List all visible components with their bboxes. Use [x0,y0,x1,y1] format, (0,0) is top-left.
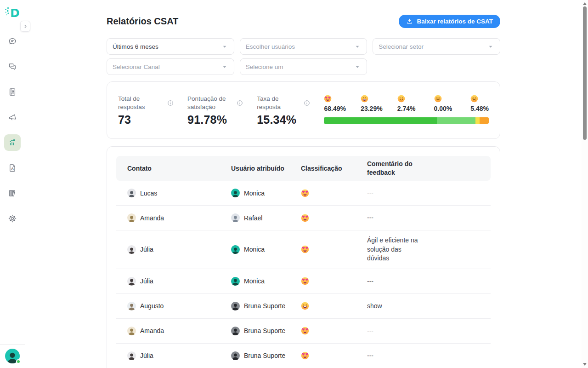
scroll-down-arrow-icon[interactable] [583,363,587,366]
feedback-comment: --- [367,346,422,366]
bar-segment [324,117,437,124]
expressionless-emoji-icon [434,95,442,103]
agent-name: Bruna Suporte [244,302,285,310]
chats-icon [8,62,17,71]
contact-avatar [127,245,136,254]
contact-name: Lucas [140,190,157,197]
feedback-comment: Ágil e eficiente na solução das dúvidas [367,230,422,269]
agent-cell: Monica [231,245,301,254]
table-row[interactable]: Júlia Monica --- [116,269,491,294]
sidebar-expand-button[interactable] [20,21,30,32]
rating-emoji-icon [301,351,309,360]
agent-cell: Bruna Suporte [231,351,301,360]
table-row[interactable]: Amanda Rafael --- [116,206,491,230]
info-icon[interactable] [304,100,310,106]
rating-emoji-icon [301,245,309,253]
contact-avatar [127,327,136,335]
agent-avatar [231,327,240,335]
contact-avatar [127,213,136,222]
contact-cell: Júlia [127,351,231,360]
agent-avatar [231,302,240,310]
info-icon[interactable] [167,100,174,106]
dist-item-neutral: 0.00% [434,95,459,112]
agent-avatar [231,189,240,197]
bar-segment [437,117,475,124]
contact-name: Júlia [140,277,153,285]
col-assigned-user: Usuário atribuído [231,164,301,173]
sidebar-item-chat[interactable] [4,33,21,50]
channel-select[interactable]: Selecionar Canal [107,58,234,75]
agent-cell: Bruna Suporte [231,327,301,335]
rating-distribution: 68.49% 23.29% 2.74% 0.00% [324,95,489,124]
rating-emoji-icon [301,327,309,335]
col-contact: Contato [127,164,231,173]
col-rating: Classificação [301,164,367,173]
sidebar-item-conversations[interactable] [4,58,21,75]
sector-select[interactable]: Selecionar setor [373,38,500,55]
contact-name: Júlia [140,246,153,253]
period-select[interactable]: Últimos 6 meses [107,38,234,55]
contact-name: Amanda [140,214,164,222]
comment-icon [8,37,17,46]
heart-eyes-emoji-icon [324,95,332,103]
sidebar-item-campaigns[interactable] [4,109,21,126]
agent-avatar [231,351,240,360]
sidebar-item-library[interactable] [4,185,21,201]
stat-response-rate: Taxa de resposta 15.34% [257,95,310,126]
bar-segment [480,117,489,124]
users-select[interactable]: Escolher usuários [240,38,368,55]
agent-avatar [231,245,240,254]
table-row[interactable]: Amanda Bruna Suporte --- [116,319,491,344]
info-icon[interactable] [237,100,243,106]
table-row[interactable]: Júlia Monica Ágil e eficiente na solução… [116,230,491,269]
table-row[interactable]: Lucas Monica --- [116,181,491,206]
megaphone-icon [7,112,18,123]
stat-total-value: 73 [118,113,174,126]
document-a-icon: A [8,163,17,172]
grinning-emoji-icon [361,95,368,103]
contact-cell: Amanda [127,213,231,222]
agent-avatar [231,213,240,222]
contact-name: Amanda [140,327,164,334]
agent-name: Bruna Suporte [244,352,285,359]
stat-satisfaction-score: Pontuação de satisfação 91.78% [187,95,243,126]
contact-name: Augusto [140,302,164,310]
rating-emoji-icon [301,189,309,197]
feedback-comment: --- [367,208,422,228]
download-csat-reports-button[interactable]: Baixar relatórios de CSAT [399,15,500,28]
sidebar-item-reports[interactable] [4,134,21,151]
agent-name: Monica [244,277,265,285]
agent-name: Monica [244,190,265,197]
sidebar-item-settings[interactable] [4,210,21,227]
feedback-comment: --- [367,321,422,341]
agent-cell: Monica [231,277,301,286]
agent-cell: Rafael [231,213,301,222]
scrollbar-thumb[interactable] [583,6,587,140]
table-row[interactable]: Júlia Bruna Suporte --- [116,344,491,368]
stat-total-responses: Total de respostas 73 [118,95,174,126]
chevron-down-icon [221,43,228,50]
stat-score-value: 91.78% [187,113,243,126]
contact-avatar [127,277,136,286]
contact-avatar [127,189,136,197]
table-row[interactable]: Augusto Bruna Suporte show [116,294,491,319]
scroll-up-arrow-icon[interactable] [583,2,587,5]
col-feedback-comment: Comentário do feedback [367,160,420,177]
sidebar-item-contacts[interactable] [4,84,21,100]
download-icon [406,18,413,25]
sidebar: D [0,0,25,368]
contact-cell: Júlia [127,245,231,254]
agent-name: Rafael [244,214,262,222]
contact-cell: Júlia [127,277,231,286]
sidebar-item-documents[interactable]: A [4,160,21,176]
feedback-comment: show [367,296,422,316]
agent-avatar [231,277,240,286]
csat-table-card: Contato Usuário atribuído Classificação … [107,146,500,368]
disappointed-emoji-icon [470,95,478,103]
online-status-dot [16,359,21,364]
rating-emoji-icon [301,214,309,222]
user-avatar[interactable] [5,349,20,363]
feedback-comment: --- [367,183,422,203]
dist-item-smile: 2.74% [397,95,422,112]
generic-select[interactable]: Selecione um [240,58,368,75]
